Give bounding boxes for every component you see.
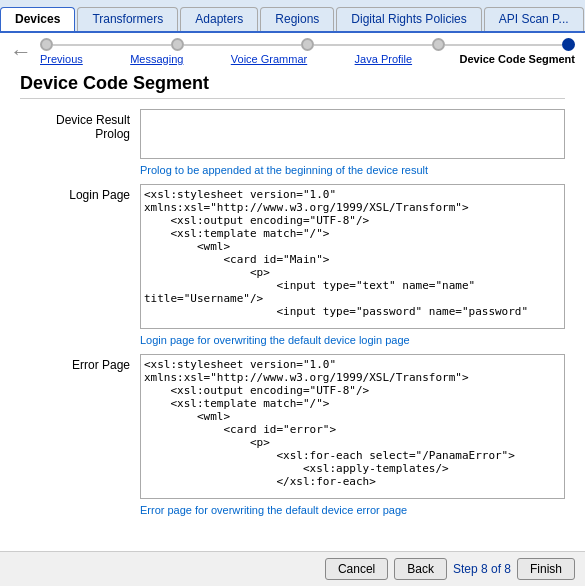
wizard-container: ← Previous Messaging Voice Grammar Java … [0, 33, 585, 65]
step-line-3 [314, 44, 432, 46]
step-circle-2 [171, 38, 184, 51]
wizard-back-arrow[interactable]: ← [10, 41, 32, 63]
tab-regions[interactable]: Regions [260, 7, 334, 31]
tab-transformers[interactable]: Transformers [77, 7, 178, 31]
step-label-device-code-segment: Device Code Segment [459, 53, 575, 65]
textarea-error[interactable] [140, 354, 565, 499]
field-error: Error page for overwriting the default d… [140, 354, 565, 516]
finish-button[interactable]: Finish [517, 558, 575, 580]
step-circle-4 [432, 38, 445, 51]
hint-error: Error page for overwriting the default d… [140, 504, 565, 516]
step-circle-5 [562, 38, 575, 51]
tab-digital-rights[interactable]: Digital Rights Policies [336, 7, 481, 31]
field-login: Login page for overwriting the default d… [140, 184, 565, 346]
cancel-button[interactable]: Cancel [325, 558, 388, 580]
step-label-previous[interactable]: Previous [40, 53, 83, 65]
step-line-4 [445, 44, 563, 46]
step-circle-3 [301, 38, 314, 51]
textarea-prolog[interactable] [140, 109, 565, 159]
labels-wrapper: Previous Messaging Voice Grammar Java Pr… [40, 53, 575, 65]
tab-adapters[interactable]: Adapters [180, 7, 258, 31]
form-row-prolog: Device Result Prolog Prolog to be append… [20, 109, 565, 176]
step-label-messaging[interactable]: Messaging [130, 53, 183, 65]
page-content: Device Code Segment Device Result Prolog… [0, 65, 585, 528]
back-button[interactable]: Back [394, 558, 447, 580]
label-prolog: Device Result Prolog [20, 109, 140, 141]
tab-devices[interactable]: Devices [0, 7, 75, 31]
form-row-error: Error Page Error page for overwriting th… [20, 354, 565, 516]
circles-wrapper [40, 38, 575, 51]
step-label-java-profile[interactable]: Java Profile [355, 53, 412, 65]
page-title: Device Code Segment [20, 73, 565, 99]
label-login: Login Page [20, 184, 140, 202]
step-circle-1 [40, 38, 53, 51]
step-label-voice-grammar[interactable]: Voice Grammar [231, 53, 307, 65]
tab-api-scan[interactable]: API Scan P... [484, 7, 584, 31]
label-error: Error Page [20, 354, 140, 372]
form-row-login: Login Page Login page for overwriting th… [20, 184, 565, 346]
step-info: Step 8 of 8 [453, 562, 511, 576]
hint-login: Login page for overwriting the default d… [140, 334, 565, 346]
field-prolog: Prolog to be appended at the beginning o… [140, 109, 565, 176]
hint-prolog: Prolog to be appended at the beginning o… [140, 164, 565, 176]
steps-wrapper: Previous Messaging Voice Grammar Java Pr… [40, 38, 575, 65]
tab-bar: Devices Transformers Adapters Regions Di… [0, 0, 585, 33]
textarea-login[interactable] [140, 184, 565, 329]
step-line-1 [53, 44, 171, 46]
bottom-bar: Cancel Back Step 8 of 8 Finish [0, 551, 585, 586]
step-line-2 [184, 44, 302, 46]
